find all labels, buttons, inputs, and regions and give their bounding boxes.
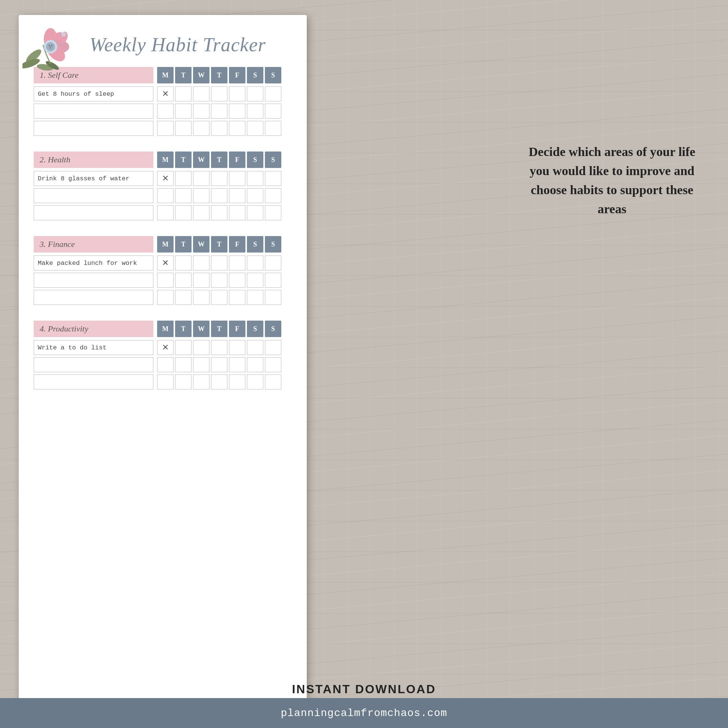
check-box[interactable] [265,375,281,390]
check-box[interactable] [193,205,210,220]
check-box[interactable] [175,290,191,305]
check-box[interactable] [229,290,245,305]
check-box[interactable] [157,104,174,119]
check-box[interactable] [265,357,281,372]
check-box[interactable] [229,86,245,101]
check-box[interactable] [247,290,263,305]
habit-name-box[interactable] [34,121,153,136]
check-box[interactable] [175,375,191,390]
check-box[interactable] [193,104,210,119]
check-box[interactable] [229,205,245,220]
habit-name-box[interactable] [34,357,153,372]
check-box[interactable] [211,357,228,372]
check-box[interactable] [211,86,228,101]
check-box[interactable] [265,121,281,136]
check-box[interactable] [211,375,228,390]
check-box[interactable] [175,104,191,119]
check-box[interactable] [193,86,210,101]
check-box[interactable] [175,86,191,101]
check-box[interactable] [247,171,263,186]
check-box[interactable] [175,273,191,288]
check-box[interactable] [211,255,228,271]
check-box[interactable] [157,255,174,271]
check-box[interactable] [157,121,174,136]
day-header-box: S [247,236,263,252]
habit-name-box[interactable] [34,273,153,288]
habit-name-box[interactable]: Make packed lunch for work [34,255,153,271]
check-box[interactable] [175,255,191,271]
check-box[interactable] [229,255,245,271]
check-box[interactable] [193,171,210,186]
check-box[interactable] [247,273,263,288]
check-box[interactable] [247,340,263,355]
check-box[interactable] [193,290,210,305]
check-box[interactable] [157,340,174,355]
check-box[interactable] [211,290,228,305]
day-header-box: S [265,67,281,83]
check-box[interactable] [193,273,210,288]
check-box[interactable] [265,273,281,288]
check-box[interactable] [193,357,210,372]
check-box[interactable] [193,340,210,355]
check-box[interactable] [175,205,191,220]
check-box[interactable] [211,171,228,186]
habit-name-box[interactable]: Drink 8 glasses of water [34,171,153,186]
check-box[interactable] [265,340,281,355]
check-box[interactable] [229,121,245,136]
habit-row [34,357,292,372]
check-box[interactable] [157,188,174,203]
check-box[interactable] [211,273,228,288]
habit-name-box[interactable] [34,290,153,305]
check-box[interactable] [157,86,174,101]
check-box[interactable] [157,290,174,305]
check-box[interactable] [157,357,174,372]
check-box[interactable] [157,273,174,288]
check-box[interactable] [247,104,263,119]
check-box[interactable] [247,86,263,101]
check-box[interactable] [265,171,281,186]
check-box[interactable] [229,357,245,372]
check-box[interactable] [265,188,281,203]
check-box[interactable] [211,205,228,220]
check-box[interactable] [265,205,281,220]
habit-name-box[interactable] [34,375,153,390]
check-box[interactable] [247,188,263,203]
check-box[interactable] [247,205,263,220]
habit-name-box[interactable] [34,205,153,220]
check-box[interactable] [175,340,191,355]
check-box[interactable] [193,375,210,390]
check-box[interactable] [247,375,263,390]
check-box[interactable] [229,375,245,390]
check-box[interactable] [247,255,263,271]
check-box[interactable] [265,255,281,271]
check-box[interactable] [175,188,191,203]
check-box[interactable] [265,290,281,305]
check-box[interactable] [175,171,191,186]
check-box[interactable] [175,121,191,136]
habit-name-box[interactable]: Get 8 hours of sleep [34,86,153,101]
check-box[interactable] [211,121,228,136]
check-box[interactable] [157,205,174,220]
check-box[interactable] [211,104,228,119]
check-box[interactable] [193,121,210,136]
check-box[interactable] [157,375,174,390]
check-box[interactable] [193,255,210,271]
check-box[interactable] [175,357,191,372]
check-box[interactable] [247,357,263,372]
habit-name-box[interactable]: Write a to do list [34,340,153,355]
check-box[interactable] [229,340,245,355]
habit-name-box[interactable] [34,188,153,203]
check-box[interactable] [229,273,245,288]
check-box[interactable] [265,86,281,101]
check-box[interactable] [265,104,281,119]
check-box[interactable] [229,104,245,119]
check-box[interactable] [229,171,245,186]
check-box[interactable] [211,188,228,203]
check-box[interactable] [229,188,245,203]
check-box[interactable] [211,340,228,355]
habit-row: Write a to do list [34,340,292,355]
check-box[interactable] [157,171,174,186]
check-box[interactable] [247,121,263,136]
check-box[interactable] [193,188,210,203]
habit-name-box[interactable] [34,104,153,119]
